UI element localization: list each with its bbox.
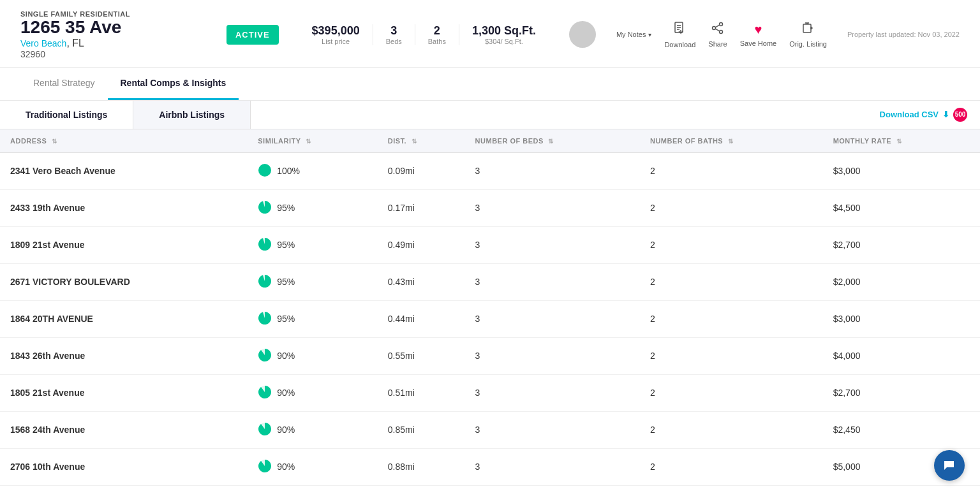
similarity-pie-icon (258, 459, 272, 475)
csv-count-badge: 500 (953, 108, 967, 122)
cell-similarity: 90% (248, 448, 378, 485)
tab-rental-strategy[interactable]: Rental Strategy (20, 68, 108, 100)
table-row[interactable]: 2433 19th Avenue 95% 0.17mi 3 2 $4,500 (0, 189, 980, 226)
cell-monthly-rate: $3,000 (823, 300, 980, 337)
cell-baths: 2 (640, 448, 823, 485)
cell-dist: 0.43mi (378, 263, 465, 300)
cell-baths: 2 (640, 189, 823, 226)
cell-baths: 2 (640, 226, 823, 263)
sort-icon-monthly-rate[interactable]: ⇅ (896, 138, 902, 145)
page-header: SINGLE FAMILY RESIDENTIAL 1265 35 Ave Ve… (0, 0, 980, 68)
svg-point-5 (720, 22, 723, 26)
sqft-per: $304/ Sq.Ft. (472, 38, 536, 45)
cell-address: 1843 26th Avenue (0, 337, 248, 374)
sort-icon-address[interactable]: ⇅ (52, 138, 57, 145)
action-icons: My Notes ▾ Download (616, 21, 827, 48)
download-csv-button[interactable]: Download CSV ⬇ 500 (880, 108, 967, 122)
list-price-value: $395,000 (312, 24, 360, 38)
sort-icon-similarity[interactable]: ⇅ (306, 138, 311, 145)
table-body: 2341 Vero Beach Avenue 100% 0.09mi 3 2 $… (0, 152, 980, 485)
chevron-down-icon: ▾ (648, 31, 651, 38)
pagination: ‹ 1 2 3 4 5 … 17 › (0, 486, 980, 496)
table-row[interactable]: 2341 Vero Beach Avenue 100% 0.09mi 3 2 $… (0, 152, 980, 189)
share-button[interactable]: Share (708, 22, 727, 48)
similarity-pie-icon (258, 311, 272, 327)
table-row[interactable]: 1809 21st Avenue 95% 0.49mi 3 2 $2,700 (0, 226, 980, 263)
cell-baths: 2 (640, 337, 823, 374)
sort-icon-beds[interactable]: ⇅ (548, 138, 554, 145)
orig-listing-label: Orig. Listing (789, 40, 827, 48)
sort-icon-dist[interactable]: ⇅ (412, 138, 417, 145)
cell-monthly-rate: $4,000 (823, 337, 980, 374)
property-state: FL (72, 38, 84, 48)
beds-stat: 3 Beds (373, 24, 415, 45)
cell-beds: 3 (465, 337, 640, 374)
baths-value: 2 (428, 24, 446, 38)
table-row[interactable]: 2706 10th Avenue 90% 0.88mi 3 2 $5,000 (0, 448, 980, 485)
cell-similarity: 90% (248, 411, 378, 448)
cell-similarity: 90% (248, 337, 378, 374)
similarity-pie-icon (258, 200, 272, 216)
download-label: Download (664, 41, 695, 48)
cell-baths: 2 (640, 300, 823, 337)
table-row[interactable]: 1568 24th Avenue 90% 0.85mi 3 2 $2,450 (0, 411, 980, 448)
comps-table: ADDRESS ⇅ SIMILARITY ⇅ DIST. ⇅ NUMBER OF… (0, 129, 980, 486)
cell-dist: 0.51mi (378, 374, 465, 411)
cell-similarity: 90% (248, 374, 378, 411)
download-csv-label: Download CSV (880, 110, 939, 119)
cell-beds: 3 (465, 411, 640, 448)
tab-airbnb-listings[interactable]: Airbnb Listings (133, 101, 251, 129)
cell-address: 2341 Vero Beach Avenue (0, 152, 248, 189)
svg-rect-10 (803, 24, 811, 33)
table-row[interactable]: 1864 20TH AVENUE 95% 0.44mi 3 2 $3,000 (0, 300, 980, 337)
svg-line-8 (715, 25, 720, 27)
similarity-pie-icon (258, 348, 272, 364)
baths-stat: 2 Baths (415, 24, 459, 45)
status-badge: ACTIVE (226, 25, 279, 45)
cell-similarity: 95% (248, 226, 378, 263)
cell-baths: 2 (640, 263, 823, 300)
sqft-value: 1,300 Sq.Ft. (472, 24, 536, 38)
property-info: SINGLE FAMILY RESIDENTIAL 1265 35 Ave Ve… (20, 10, 206, 59)
cell-address: 1864 20TH AVENUE (0, 300, 248, 337)
table-row[interactable]: 1805 21st Avenue 90% 0.51mi 3 2 $2,700 (0, 374, 980, 411)
similarity-pie-icon (258, 163, 272, 179)
beds-value: 3 (386, 24, 402, 38)
svg-point-14 (258, 164, 271, 177)
table-row[interactable]: 1843 26th Avenue 90% 0.55mi 3 2 $4,000 (0, 337, 980, 374)
cell-similarity: 95% (248, 300, 378, 337)
orig-listing-button[interactable]: Orig. Listing (789, 22, 827, 48)
my-notes-label: My Notes (616, 31, 646, 38)
my-notes-avatar (569, 21, 596, 48)
external-link-icon (802, 22, 815, 38)
cell-beds: 3 (465, 374, 640, 411)
table-row[interactable]: 2671 VICTORY BOULEVARD 95% 0.43mi 3 2 $2… (0, 263, 980, 300)
col-beds: NUMBER OF BEDS ⇅ (465, 129, 640, 153)
my-notes-button[interactable]: My Notes ▾ (616, 31, 651, 38)
cell-similarity: 95% (248, 263, 378, 300)
download-csv-icon: ⬇ (942, 110, 949, 119)
cell-similarity: 95% (248, 189, 378, 226)
cell-similarity: 100% (248, 152, 378, 189)
svg-point-7 (713, 26, 716, 29)
heart-icon: ♥ (754, 22, 762, 37)
property-city: Vero Beach (20, 38, 66, 48)
sort-icon-baths[interactable]: ⇅ (728, 138, 734, 145)
download-button[interactable]: Download (664, 21, 695, 48)
baths-label: Baths (428, 38, 446, 45)
cell-monthly-rate: $3,000 (823, 152, 980, 189)
tab-traditional-listings[interactable]: Traditional Listings (0, 101, 133, 129)
col-baths: NUMBER OF BATHS ⇅ (640, 129, 823, 153)
cell-address: 1809 21st Avenue (0, 226, 248, 263)
cell-dist: 0.49mi (378, 226, 465, 263)
col-monthly-rate: MONTHLY RATE ⇅ (823, 129, 980, 153)
cell-baths: 2 (640, 152, 823, 189)
chat-button[interactable] (934, 450, 965, 481)
listing-tabs: Traditional Listings Airbnb Listings Dow… (0, 101, 980, 129)
save-home-button[interactable]: ♥ Save Home (740, 22, 776, 47)
download-icon (674, 21, 687, 38)
cell-baths: 2 (640, 411, 823, 448)
tab-rental-comps[interactable]: Rental Comps & Insights (108, 68, 239, 100)
cell-dist: 0.85mi (378, 411, 465, 448)
cell-beds: 3 (465, 300, 640, 337)
